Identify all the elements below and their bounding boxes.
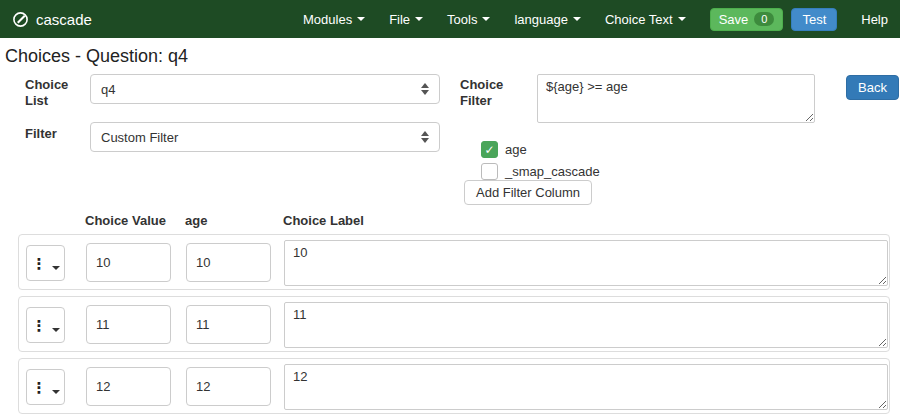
choice-label-textarea[interactable]: 11 bbox=[284, 302, 888, 348]
filter-selected-value: Custom Filter bbox=[101, 130, 178, 145]
menu-language[interactable]: language bbox=[514, 12, 581, 27]
select-updown-icon bbox=[421, 131, 429, 143]
check-icon: ✓ bbox=[484, 143, 494, 157]
row-actions-button[interactable]: ⋮ bbox=[26, 369, 65, 405]
column-header-choice-label: Choice Label bbox=[283, 213, 364, 228]
choice-filter-textarea[interactable]: ${age} >= age bbox=[537, 74, 815, 123]
choice-label-textarea[interactable]: 12 bbox=[284, 364, 888, 410]
choice-value-input[interactable] bbox=[86, 243, 171, 282]
app-window: cascade Modules File Tools language Choi… bbox=[0, 0, 900, 419]
chevron-down-icon bbox=[52, 328, 60, 332]
chevron-down-icon bbox=[678, 17, 686, 21]
column-header-age: age bbox=[185, 213, 207, 228]
save-count-badge: 0 bbox=[754, 12, 774, 26]
choice-row: ⋮ 10 bbox=[18, 234, 890, 290]
back-button[interactable]: Back bbox=[846, 75, 899, 100]
page-title: Choices - Question: q4 bbox=[5, 46, 188, 67]
choice-list-label: Choice List bbox=[25, 77, 77, 110]
filter-column-name: _smap_cascade bbox=[505, 164, 600, 179]
navbar-menu-group: Modules File Tools language Choice Text … bbox=[303, 8, 888, 31]
filter-column-checkbox-0[interactable]: ✓ bbox=[481, 141, 498, 158]
column-header-choice-value: Choice Value bbox=[85, 213, 166, 228]
age-input[interactable] bbox=[186, 243, 271, 282]
menu-choice-text[interactable]: Choice Text bbox=[605, 12, 686, 27]
row-actions-button[interactable]: ⋮ bbox=[26, 307, 65, 343]
menu-help[interactable]: Help bbox=[861, 12, 888, 27]
navbar-buttons: Save 0 Test bbox=[710, 8, 838, 31]
choice-row: ⋮ 12 bbox=[18, 358, 890, 414]
choice-value-input[interactable] bbox=[86, 367, 171, 406]
vertical-dots-icon: ⋮ bbox=[32, 256, 47, 271]
row-actions-button[interactable]: ⋮ bbox=[26, 245, 65, 281]
chevron-down-icon bbox=[52, 266, 60, 270]
choice-row: ⋮ 11 bbox=[18, 296, 890, 352]
brand-label: cascade bbox=[36, 11, 92, 28]
menu-modules[interactable]: Modules bbox=[303, 12, 365, 27]
brand-link[interactable]: cascade bbox=[12, 11, 92, 28]
choice-filter-label: Choice Filter bbox=[460, 77, 512, 110]
chevron-down-icon bbox=[415, 17, 423, 21]
vertical-dots-icon: ⋮ bbox=[32, 318, 47, 333]
cascade-logo-icon bbox=[12, 11, 29, 28]
choice-label-textarea[interactable]: 10 bbox=[284, 240, 888, 286]
filter-column-name: age bbox=[505, 142, 527, 157]
navbar: cascade Modules File Tools language Choi… bbox=[0, 0, 900, 38]
select-updown-icon bbox=[421, 83, 429, 95]
filter-label: Filter bbox=[25, 126, 57, 142]
chevron-down-icon bbox=[573, 17, 581, 21]
filter-column-checkbox-1[interactable]: ✓ bbox=[481, 163, 498, 180]
choice-list-selected-value: q4 bbox=[101, 82, 115, 97]
save-button[interactable]: Save 0 bbox=[710, 8, 784, 31]
filter-select[interactable]: Custom Filter bbox=[90, 122, 440, 152]
test-button[interactable]: Test bbox=[791, 8, 837, 31]
choice-list-select[interactable]: q4 bbox=[90, 74, 440, 104]
add-filter-column-button[interactable]: Add Filter Column bbox=[464, 180, 592, 205]
chevron-down-icon bbox=[52, 390, 60, 394]
filter-column-smap-cascade[interactable]: ✓ _smap_cascade bbox=[481, 163, 600, 180]
choice-value-input[interactable] bbox=[86, 305, 171, 344]
vertical-dots-icon: ⋮ bbox=[32, 380, 47, 395]
filter-column-age[interactable]: ✓ age bbox=[481, 141, 527, 158]
age-input[interactable] bbox=[186, 367, 271, 406]
chevron-down-icon bbox=[482, 17, 490, 21]
age-input[interactable] bbox=[186, 305, 271, 344]
menu-file[interactable]: File bbox=[389, 12, 423, 27]
chevron-down-icon bbox=[357, 17, 365, 21]
menu-tools[interactable]: Tools bbox=[447, 12, 490, 27]
